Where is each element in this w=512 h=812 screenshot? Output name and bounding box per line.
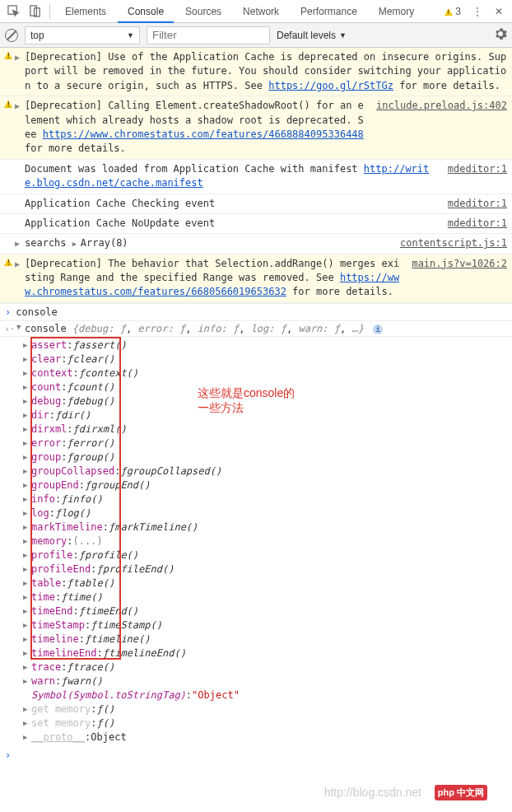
filter-input[interactable]	[147, 26, 270, 44]
link[interactable]: https://www.chromestatus.com/features/66…	[25, 272, 399, 297]
tab-performance[interactable]: Performance	[291, 0, 367, 23]
property-row[interactable]: ▶profile: ƒ profile()	[23, 548, 512, 562]
disclosure-icon[interactable]: ▶	[15, 50, 25, 93]
console-input-line: › console	[0, 303, 512, 321]
tab-elements[interactable]: Elements	[55, 0, 116, 23]
source-link[interactable]: mdeditor:1	[440, 162, 507, 191]
chevron-down-icon: ▼	[339, 31, 347, 40]
annotation-line: 这些就是console的	[198, 385, 295, 400]
watermark: http://blog.csdn.net	[324, 786, 421, 799]
php-badge: php 中文网	[435, 785, 487, 800]
property-row[interactable]: ▶error: ƒ error()	[23, 436, 512, 450]
message-body: [Deprecation] Use of the Application Cac…	[25, 50, 507, 93]
result-summary: {debug: ƒ, error: ƒ, info: ƒ, log: ƒ, wa…	[72, 323, 364, 334]
property-row[interactable]: ▶timeline: ƒ timeline()	[23, 632, 512, 646]
source-link[interactable]: main.js?v=1026:2	[403, 257, 507, 300]
property-row[interactable]: ▶context: ƒ context()	[23, 366, 512, 380]
warning-count[interactable]: 3	[445, 6, 461, 17]
divider	[49, 4, 50, 19]
property-row[interactable]: ▶time: ƒ time()	[23, 590, 512, 604]
console-prompt[interactable]: ›	[0, 746, 512, 764]
property-row[interactable]: ▶table: ƒ table()	[23, 576, 512, 590]
disclosure-icon[interactable]: ▶	[15, 99, 25, 156]
result-header[interactable]: console {debug: ƒ, error: ƒ, info: ƒ, lo…	[25, 323, 383, 334]
property-row[interactable]: Symbol(Symbol.toStringTag): "Object"	[23, 688, 512, 702]
inspect-icon[interactable]	[3, 2, 23, 21]
info-icon[interactable]: i	[373, 324, 383, 334]
property-row[interactable]: ▶info: ƒ info()	[23, 492, 512, 506]
console-message: Document was loaded from Application Cac…	[0, 160, 512, 194]
source-link[interactable]: mdeditor:1	[440, 197, 507, 211]
message-body: [Deprecation] Calling Element.createShad…	[25, 99, 368, 156]
message-body: Application Cache NoUpdate event	[25, 217, 440, 231]
context-value: top	[30, 30, 44, 41]
console-message: Application Cache Checking eventmdeditor…	[0, 194, 512, 214]
warning-icon	[2, 50, 15, 93]
property-row[interactable]: ▶set memory: ƒ ()	[23, 716, 512, 730]
devtools-tabbar: Elements Console Sources Network Perform…	[0, 0, 512, 23]
disclosure-icon[interactable]: ▶	[15, 236, 25, 250]
input-caret-icon: ›	[5, 306, 11, 318]
blank	[2, 236, 15, 250]
console-message: ▶[Deprecation] Calling Element.createSha…	[0, 96, 512, 160]
disclosure-icon[interactable]: ▼	[16, 323, 23, 331]
disclosure-icon[interactable]	[15, 162, 25, 191]
link[interactable]: http://write.blog.csdn.net/cache.manifes…	[25, 163, 429, 189]
annotation-line: 一些方法	[198, 400, 295, 415]
log-levels-selector[interactable]: Default levels ▼	[277, 30, 347, 41]
clear-console-icon[interactable]	[5, 29, 18, 42]
source-link[interactable]: mdeditor:1	[440, 217, 507, 231]
property-row[interactable]: ▶__proto__: Object	[23, 730, 512, 744]
gear-icon[interactable]	[494, 27, 507, 43]
disclosure-icon[interactable]	[15, 197, 25, 211]
property-row[interactable]: ▶group: ƒ group()	[23, 450, 512, 464]
property-row[interactable]: ▶warn: ƒ warn()	[23, 674, 512, 688]
console-message: ▶searchs ▶Array(8)contentscript.js:1	[0, 234, 512, 254]
console-message: Application Cache NoUpdate eventmdeditor…	[0, 214, 512, 234]
disclosure-icon[interactable]: ▶	[15, 257, 25, 300]
output-caret-icon: ‹·	[5, 323, 15, 334]
tab-network[interactable]: Network	[233, 0, 289, 23]
source-link[interactable]: include.preload.js:402	[368, 99, 507, 156]
console-toolbar: top ▼ Default levels ▼	[0, 23, 512, 48]
warning-icon	[445, 8, 453, 16]
blank	[2, 197, 15, 211]
annotation-text: 这些就是console的 一些方法	[198, 385, 295, 415]
property-row[interactable]: ▶timeEnd: ƒ timeEnd()	[23, 604, 512, 618]
property-row[interactable]: ▶profileEnd: ƒ profileEnd()	[23, 562, 512, 576]
console-result: ‹· ▼ console {debug: ƒ, error: ƒ, info: …	[0, 321, 512, 337]
warning-icon	[2, 99, 15, 156]
property-row[interactable]: ▶clear: ƒ clear()	[23, 352, 512, 366]
tab-console[interactable]: Console	[118, 0, 174, 23]
message-body: searchs ▶Array(8)	[25, 236, 392, 250]
warning-count-value: 3	[455, 6, 461, 17]
property-row[interactable]: ▶dirxml: ƒ dirxml()	[23, 422, 512, 436]
property-row[interactable]: ▶groupEnd: ƒ groupEnd()	[23, 478, 512, 492]
link[interactable]: https://www.chromestatus.com/features/46…	[43, 128, 364, 140]
disclosure-icon[interactable]	[15, 217, 25, 231]
input-caret-icon: ›	[5, 749, 11, 761]
console-input-text[interactable]: console	[16, 306, 58, 318]
console-messages: ▶[Deprecation] Use of the Application Ca…	[0, 48, 512, 303]
more-icon[interactable]: ⋮	[468, 2, 487, 21]
property-row[interactable]: ▶assert: ƒ assert()	[23, 338, 512, 352]
context-selector[interactable]: top ▼	[25, 26, 140, 44]
link[interactable]: https://goo.gl/rStTGz	[268, 80, 393, 91]
message-body: [Deprecation] The behavior that Selectio…	[25, 257, 403, 300]
property-row[interactable]: ▶log: ƒ log()	[23, 506, 512, 520]
blank	[2, 217, 15, 231]
console-message: ▶[Deprecation] Use of the Application Ca…	[0, 48, 512, 96]
close-icon[interactable]: ✕	[489, 2, 509, 21]
device-icon[interactable]	[25, 2, 44, 21]
property-row[interactable]: ▶get memory: ƒ ()	[23, 702, 512, 716]
tab-sources[interactable]: Sources	[175, 0, 231, 23]
console-message: ▶[Deprecation] The behavior that Selecti…	[0, 254, 512, 303]
source-link[interactable]: contentscript.js:1	[392, 236, 507, 250]
property-row[interactable]: ▶memory: (...)	[23, 534, 512, 548]
property-row[interactable]: ▶timelineEnd: ƒ timelineEnd()	[23, 646, 512, 660]
property-row[interactable]: ▶trace: ƒ trace()	[23, 660, 512, 674]
property-row[interactable]: ▶timeStamp: ƒ timeStamp()	[23, 618, 512, 632]
property-row[interactable]: ▶markTimeline: ƒ markTimeline()	[23, 520, 512, 534]
tab-memory[interactable]: Memory	[369, 0, 424, 23]
property-row[interactable]: ▶groupCollapsed: ƒ groupCollapsed()	[23, 464, 512, 478]
